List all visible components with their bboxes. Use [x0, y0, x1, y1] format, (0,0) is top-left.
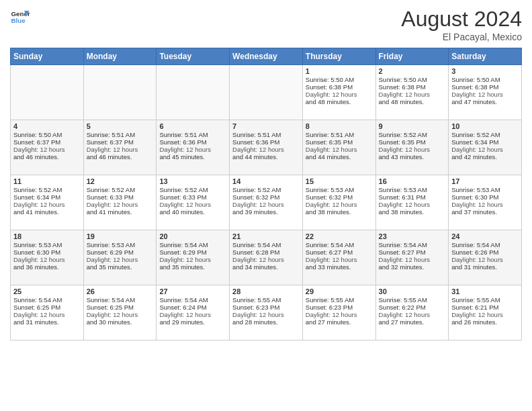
day-number: 29: [306, 287, 373, 295]
day-cell-1-4: 8Sunrise: 5:51 AMSunset: 6:35 PMDaylight…: [302, 120, 375, 175]
sunrise-text: Sunrise: 5:53 AM: [13, 241, 62, 248]
sunset-text: and 41 minutes.: [87, 208, 132, 216]
day-cell-2-2: 13Sunrise: 5:52 AMSunset: 6:33 PMDayligh…: [157, 175, 230, 230]
logo-icon: General Blue: [10, 7, 30, 27]
day-number: 30: [379, 287, 446, 295]
daylight-label: Daylight: 12 hours: [451, 201, 503, 208]
header-wednesday: Wednesday: [230, 48, 303, 65]
daylight-label: Daylight: 12 hours: [379, 201, 431, 208]
daylight-label: Daylight: 12 hours: [232, 311, 284, 318]
sunset-text: Sunset: 6:26 PM: [451, 248, 498, 256]
sunrise-text: Sunrise: 5:54 AM: [87, 296, 135, 304]
day-number: 18: [13, 232, 81, 240]
sunset-text: Sunset: 6:25 PM: [13, 304, 60, 311]
header-friday: Friday: [375, 48, 449, 65]
sunrise-text: Sunrise: 5:54 AM: [232, 241, 281, 248]
sunset-text: and 38 minutes.: [379, 208, 425, 216]
day-cell-2-6: 17Sunrise: 5:53 AMSunset: 6:30 PMDayligh…: [449, 175, 522, 230]
daylight-label: Daylight: 12 hours: [13, 256, 65, 263]
header: General Blue August 2024 El Pacayal, Mex…: [10, 7, 522, 42]
sunrise-text: Sunrise: 5:51 AM: [159, 131, 208, 138]
sunset-text: Sunset: 6:37 PM: [13, 138, 60, 146]
day-number: 16: [379, 177, 446, 185]
daylight-label: Daylight: 12 hours: [13, 146, 65, 153]
sunrise-text: Sunrise: 5:53 AM: [87, 241, 135, 248]
day-cell-4-6: 31Sunrise: 5:55 AMSunset: 6:21 PMDayligh…: [449, 285, 522, 340]
calendar: Sunday Monday Tuesday Wednesday Thursday…: [10, 48, 522, 340]
daylight-label: Daylight: 12 hours: [87, 201, 138, 208]
sunrise-text: Sunrise: 5:52 AM: [159, 186, 208, 193]
sunset-text: Sunset: 6:28 PM: [232, 248, 279, 256]
sunset-text: and 48 minutes.: [306, 98, 351, 105]
day-cell-3-0: 18Sunrise: 5:53 AMSunset: 6:30 PMDayligh…: [11, 230, 84, 285]
day-number: 19: [87, 232, 154, 240]
day-cell-0-0: [11, 65, 84, 120]
day-cell-0-5: 2Sunrise: 5:50 AMSunset: 6:38 PMDaylight…: [375, 65, 449, 120]
sunset-text: Sunset: 6:36 PM: [159, 138, 206, 146]
sunrise-text: Sunrise: 5:54 AM: [13, 296, 62, 304]
title-block: August 2024 El Pacayal, Mexico: [401, 7, 522, 42]
day-number: 20: [159, 232, 226, 240]
day-number: 11: [13, 177, 81, 185]
day-cell-3-1: 19Sunrise: 5:53 AMSunset: 6:29 PMDayligh…: [83, 230, 157, 285]
sunrise-text: Sunrise: 5:53 AM: [451, 186, 500, 193]
daylight-label: Daylight: 12 hours: [306, 146, 357, 153]
sunset-text: Sunset: 6:38 PM: [379, 83, 426, 91]
sunrise-text: Sunrise: 5:50 AM: [451, 76, 500, 83]
week-row-1: 4Sunrise: 5:50 AMSunset: 6:37 PMDaylight…: [11, 120, 522, 175]
daylight-label: Daylight: 12 hours: [306, 201, 357, 208]
day-number: 23: [379, 232, 446, 240]
sunset-text: and 35 minutes.: [87, 263, 132, 271]
header-saturday: Saturday: [449, 48, 522, 65]
day-number: 7: [232, 122, 300, 130]
sunset-text: Sunset: 6:27 PM: [306, 248, 353, 256]
day-cell-2-1: 12Sunrise: 5:52 AMSunset: 6:33 PMDayligh…: [83, 175, 157, 230]
sunset-text: Sunset: 6:29 PM: [159, 248, 206, 256]
sunrise-text: Sunrise: 5:55 AM: [451, 296, 500, 304]
day-cell-4-1: 26Sunrise: 5:54 AMSunset: 6:25 PMDayligh…: [83, 285, 157, 340]
daylight-label: Daylight: 12 hours: [379, 256, 431, 263]
day-number: 4: [13, 122, 81, 130]
day-cell-3-2: 20Sunrise: 5:54 AMSunset: 6:29 PMDayligh…: [157, 230, 230, 285]
sunset-text: Sunset: 6:32 PM: [232, 193, 279, 201]
day-number: 15: [306, 177, 373, 185]
day-cell-1-3: 7Sunrise: 5:51 AMSunset: 6:36 PMDaylight…: [230, 120, 303, 175]
sunset-text: and 44 minutes.: [232, 153, 278, 161]
sunset-text: and 39 minutes.: [232, 208, 278, 216]
day-cell-4-2: 27Sunrise: 5:54 AMSunset: 6:24 PMDayligh…: [157, 285, 230, 340]
daylight-label: Daylight: 12 hours: [159, 146, 211, 153]
day-cell-0-2: [157, 65, 230, 120]
sunset-text: and 44 minutes.: [306, 153, 351, 161]
sunrise-text: Sunrise: 5:50 AM: [306, 76, 354, 83]
sunrise-text: Sunrise: 5:51 AM: [87, 131, 135, 138]
sunset-text: and 43 minutes.: [379, 153, 425, 161]
day-cell-0-3: [230, 65, 303, 120]
day-number: 25: [13, 287, 81, 295]
sunset-text: Sunset: 6:34 PM: [13, 193, 60, 201]
sunset-text: and 35 minutes.: [159, 263, 205, 271]
sunrise-text: Sunrise: 5:51 AM: [306, 131, 354, 138]
svg-text:Blue: Blue: [11, 17, 26, 24]
daylight-label: Daylight: 12 hours: [87, 311, 138, 318]
day-number: 13: [159, 177, 226, 185]
sunset-text: Sunset: 6:24 PM: [159, 304, 206, 311]
sunset-text: and 47 minutes.: [451, 98, 497, 105]
sunrise-text: Sunrise: 5:50 AM: [379, 76, 427, 83]
day-cell-2-5: 16Sunrise: 5:53 AMSunset: 6:31 PMDayligh…: [375, 175, 449, 230]
sunset-text: Sunset: 6:36 PM: [232, 138, 279, 146]
sunrise-text: Sunrise: 5:52 AM: [13, 186, 62, 193]
day-cell-0-1: [83, 65, 157, 120]
day-header-row: Sunday Monday Tuesday Wednesday Thursday…: [11, 48, 522, 65]
day-cell-1-2: 6Sunrise: 5:51 AMSunset: 6:36 PMDaylight…: [157, 120, 230, 175]
daylight-label: Daylight: 12 hours: [232, 201, 284, 208]
daylight-label: Daylight: 12 hours: [232, 146, 284, 153]
day-cell-1-5: 9Sunrise: 5:52 AMSunset: 6:35 PMDaylight…: [375, 120, 449, 175]
daylight-label: Daylight: 12 hours: [159, 311, 211, 318]
location: El Pacayal, Mexico: [401, 32, 522, 42]
daylight-label: Daylight: 12 hours: [232, 256, 284, 263]
sunset-text: and 38 minutes.: [306, 208, 351, 216]
logo: General Blue: [10, 7, 30, 27]
sunrise-text: Sunrise: 5:53 AM: [379, 186, 427, 193]
day-cell-2-4: 15Sunrise: 5:53 AMSunset: 6:32 PMDayligh…: [302, 175, 375, 230]
day-number: 27: [159, 287, 226, 295]
